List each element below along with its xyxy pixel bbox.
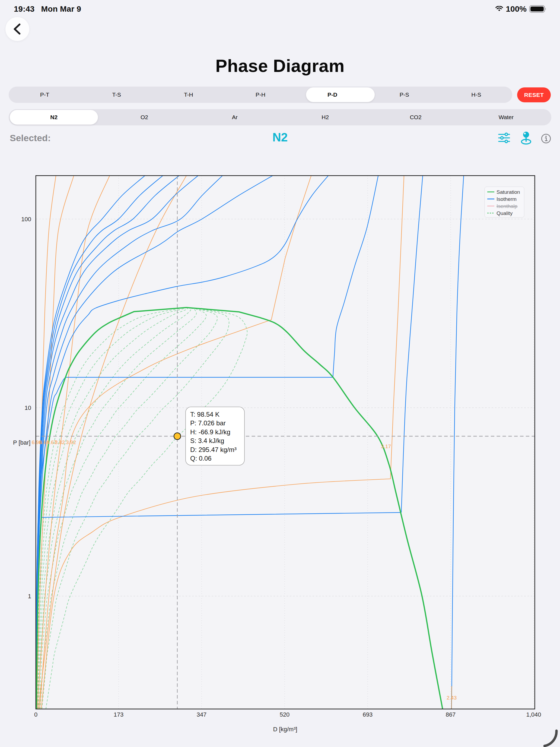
svg-text:Isenthalp: Isenthalp — [497, 203, 517, 209]
svg-text:3.17: 3.17 — [381, 443, 391, 449]
svg-text:693: 693 — [363, 711, 373, 718]
svg-text:867: 867 — [446, 711, 456, 718]
svg-text:Quality: Quality — [497, 210, 513, 216]
svg-text:2.43: 2.43 — [447, 695, 457, 701]
svg-text:347: 347 — [197, 711, 207, 718]
svg-text:T: 98.54 K: T: 98.54 K — [190, 411, 219, 418]
svg-text:Isotherm: Isotherm — [497, 196, 516, 202]
svg-text:10: 10 — [25, 405, 31, 411]
svg-text:3.92: 3.92 — [66, 439, 76, 445]
svg-text:Saturation: Saturation — [497, 189, 520, 195]
svg-text:S: 3.4 kJ/kg: S: 3.4 kJ/kg — [190, 437, 224, 444]
svg-text:D [kg/m³]: D [kg/m³] — [273, 726, 297, 732]
svg-text:520: 520 — [280, 711, 290, 718]
svg-text:1,040: 1,040 — [526, 711, 541, 718]
svg-text:173: 173 — [114, 711, 124, 718]
svg-text:D: 295.47 kg/m³: D: 295.47 kg/m³ — [190, 446, 237, 453]
svg-text:0: 0 — [34, 711, 37, 718]
svg-text:Q: 0.06: Q: 0.06 — [190, 455, 212, 462]
svg-text:H: -66.9 kJ/kg: H: -66.9 kJ/kg — [190, 428, 230, 436]
svg-text:100: 100 — [21, 216, 31, 223]
svg-text:1: 1 — [28, 593, 31, 600]
svg-text:P: 7.026 bar: P: 7.026 bar — [190, 419, 226, 427]
svg-text:3.82: 3.82 — [55, 439, 65, 445]
svg-text:P [bar]: P [bar] — [13, 439, 30, 446]
